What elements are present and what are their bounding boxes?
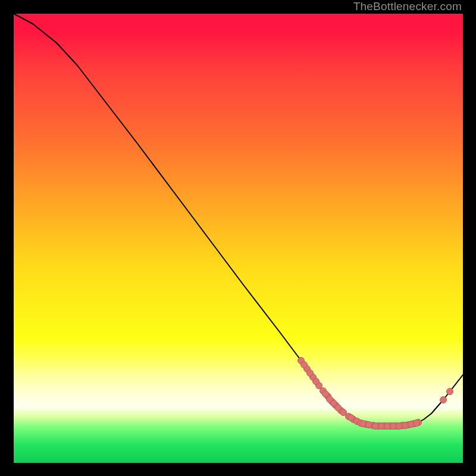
data-point [390, 423, 397, 430]
data-point [335, 405, 342, 411]
data-point [307, 370, 314, 377]
data-point [396, 423, 403, 430]
data-point [340, 409, 347, 416]
data-point [402, 422, 409, 429]
data-point [313, 378, 320, 385]
data-point [414, 420, 420, 427]
data-point [447, 389, 453, 395]
data-point [440, 397, 447, 403]
data-point [372, 423, 379, 430]
data-point [301, 362, 308, 368]
curve-layer [0, 0, 476, 476]
data-point [378, 423, 385, 430]
data-point [348, 415, 355, 421]
data-point [322, 391, 329, 397]
data-point [366, 422, 372, 428]
data-point [360, 421, 367, 427]
chart-container: TheBottlenecker.com [0, 0, 476, 476]
data-point [384, 423, 391, 430]
bottleneck-curve [14, 14, 463, 426]
watermark: TheBottlenecker.com [353, 0, 462, 13]
